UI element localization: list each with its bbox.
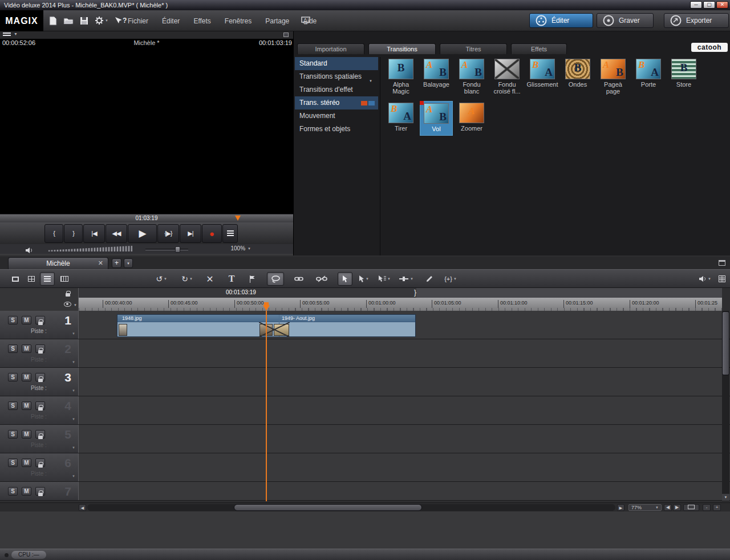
category-standard[interactable]: Standard xyxy=(295,57,378,70)
mute-button[interactable]: M xyxy=(22,401,31,410)
track-header[interactable]: S M Piste : 6 ▼ xyxy=(0,453,79,481)
new-project-icon[interactable] xyxy=(49,16,57,26)
object-lasso-button[interactable] xyxy=(267,272,284,286)
caret-down-icon[interactable]: ▼ xyxy=(72,389,75,392)
mode-exporter-button[interactable]: Exporter xyxy=(664,13,729,28)
horizontal-scrollbar[interactable] xyxy=(87,504,615,511)
caret-down-icon[interactable]: ▼ xyxy=(72,446,75,449)
fit-to-window-button[interactable] xyxy=(683,504,699,511)
caret-down-icon[interactable]: ▼ xyxy=(410,277,413,281)
scrub-position-marker-icon[interactable] xyxy=(235,216,241,221)
previous-frame-button[interactable]: ◀◀ xyxy=(106,224,127,243)
transition-item[interactable]: AB Pageà page xyxy=(597,59,630,95)
go-to-start-button[interactable]: |◀ xyxy=(83,224,105,243)
caret-down-icon[interactable]: ▼ xyxy=(453,277,457,281)
scroll-left-button[interactable]: ◀ xyxy=(79,504,86,511)
transition-item[interactable]: BA Porte xyxy=(632,59,665,88)
track-header[interactable]: S M Piste : 3 ▼ xyxy=(0,368,79,396)
close-button[interactable]: ✕ xyxy=(716,1,728,9)
mode-editer-button[interactable]: Éditer xyxy=(529,13,593,28)
video-display[interactable] xyxy=(0,47,293,214)
slider-thumb[interactable] xyxy=(175,246,180,253)
lock-track-button[interactable] xyxy=(35,373,45,382)
track-lane[interactable] xyxy=(79,368,730,396)
object-stretch-button[interactable]: ▼ xyxy=(396,272,416,286)
group-button[interactable] xyxy=(291,272,307,286)
track-lane[interactable] xyxy=(79,453,730,481)
transition-item[interactable]: B Ondes xyxy=(561,59,594,88)
open-project-icon[interactable] xyxy=(63,17,74,25)
play-range-button[interactable]: {▶} xyxy=(157,224,179,243)
volume-slider[interactable] xyxy=(48,246,132,251)
lock-track-button[interactable] xyxy=(35,344,45,353)
transition-item[interactable]: AB Fondu blanc xyxy=(455,59,488,95)
context-help-icon[interactable]: ? xyxy=(115,17,127,25)
preview-zoom-slider[interactable] xyxy=(145,249,188,250)
track-lane[interactable] xyxy=(79,482,730,500)
title-editor-button[interactable]: T xyxy=(225,272,238,286)
zoom-out-button[interactable]: - xyxy=(703,504,711,511)
mute-button[interactable]: M xyxy=(22,458,31,467)
lock-track-button[interactable] xyxy=(35,430,45,439)
mute-button[interactable]: M xyxy=(22,316,31,324)
caret-down-icon[interactable]: ▼ xyxy=(708,277,711,281)
set-marker-button[interactable] xyxy=(245,272,259,286)
timeline-zoom-select[interactable]: 77%▼ xyxy=(628,504,662,511)
vertical-scrollbar[interactable]: ▼ xyxy=(722,311,729,501)
scroll-right-button[interactable]: ▶ xyxy=(617,504,624,511)
caret-down-icon[interactable]: ▼ xyxy=(72,360,75,364)
mouse-mode-single-button[interactable]: ▼ xyxy=(355,272,373,286)
category-formes-objets[interactable]: Formes et objets xyxy=(295,123,378,136)
undo-button[interactable]: ↺▼ xyxy=(152,272,171,286)
track-lane[interactable] xyxy=(79,396,730,424)
menu-editer[interactable]: Éditer xyxy=(162,17,180,25)
lock-track-button[interactable] xyxy=(35,487,45,496)
menu-partage[interactable]: Partage xyxy=(265,17,289,25)
timeline-ruler[interactable]: 00:00:40:00 00:00:45:00 00:00:50:00 00:0… xyxy=(79,298,722,311)
preview-zoom-value[interactable]: 100% xyxy=(230,245,245,251)
category-trans-stereo[interactable]: Trans. stéréo xyxy=(295,96,378,109)
track-header[interactable]: S M Piste : 2 ▼ xyxy=(0,339,79,367)
preview-scrubber[interactable]: 01:03:19 xyxy=(0,214,293,222)
solo-button[interactable]: S xyxy=(8,373,18,382)
minimize-button[interactable]: ─ xyxy=(690,1,702,9)
tab-titres[interactable]: Titres xyxy=(440,43,507,54)
mixer-button[interactable] xyxy=(716,272,728,286)
timeline-range-bar[interactable]: 00:01:03:19 } xyxy=(79,288,722,298)
go-to-end-button[interactable]: ▶| xyxy=(180,224,201,243)
track-lane[interactable]: 1948.jpg 1949- Aout.jpg xyxy=(79,311,730,339)
lock-track-button[interactable] xyxy=(35,316,45,324)
track-lane[interactable] xyxy=(79,425,730,453)
close-tab-icon[interactable]: ✕ xyxy=(98,259,103,267)
speaker-icon[interactable] xyxy=(25,246,33,256)
caret-down-icon[interactable]: ▼ xyxy=(387,277,391,281)
solo-button[interactable]: S xyxy=(8,458,18,467)
solo-button[interactable]: S xyxy=(8,487,18,496)
arranger-window-icon[interactable] xyxy=(719,260,725,266)
mute-button[interactable]: M xyxy=(22,430,31,439)
zoom-in-button[interactable]: + xyxy=(713,504,721,511)
multicam-mode-button[interactable] xyxy=(56,272,73,286)
visibility-eye-icon[interactable] xyxy=(64,302,71,307)
solo-button[interactable]: S xyxy=(8,401,18,410)
transition-item-selected[interactable]: AB Vol xyxy=(420,101,453,136)
range-start-button[interactable]: { xyxy=(44,224,63,243)
lock-track-button[interactable] xyxy=(35,401,45,410)
mute-button[interactable]: M xyxy=(22,344,31,353)
track-header[interactable]: S M Piste : 5 ▼ xyxy=(0,425,79,453)
mode-graver-button[interactable]: Graver xyxy=(597,13,654,28)
menu-fichier[interactable]: Fichier xyxy=(128,17,148,25)
save-project-icon[interactable] xyxy=(80,17,88,25)
add-project-tab-button[interactable]: + xyxy=(112,258,121,268)
track-header[interactable]: S M 7 xyxy=(0,482,79,500)
play-button[interactable]: ▶ xyxy=(128,224,157,243)
ungroup-button[interactable] xyxy=(311,272,332,286)
zoom-step-right-button[interactable]: ▶ xyxy=(673,504,681,511)
transition-item[interactable]: BA Glissement xyxy=(526,59,559,88)
solo-button[interactable]: S xyxy=(8,344,18,353)
mute-button[interactable]: M xyxy=(22,487,31,496)
tab-transitions[interactable]: Transitions xyxy=(368,43,436,54)
solo-button[interactable]: S xyxy=(8,430,18,439)
menu-effets[interactable]: Effets xyxy=(193,17,210,25)
preview-menu-icon[interactable] xyxy=(3,33,11,37)
